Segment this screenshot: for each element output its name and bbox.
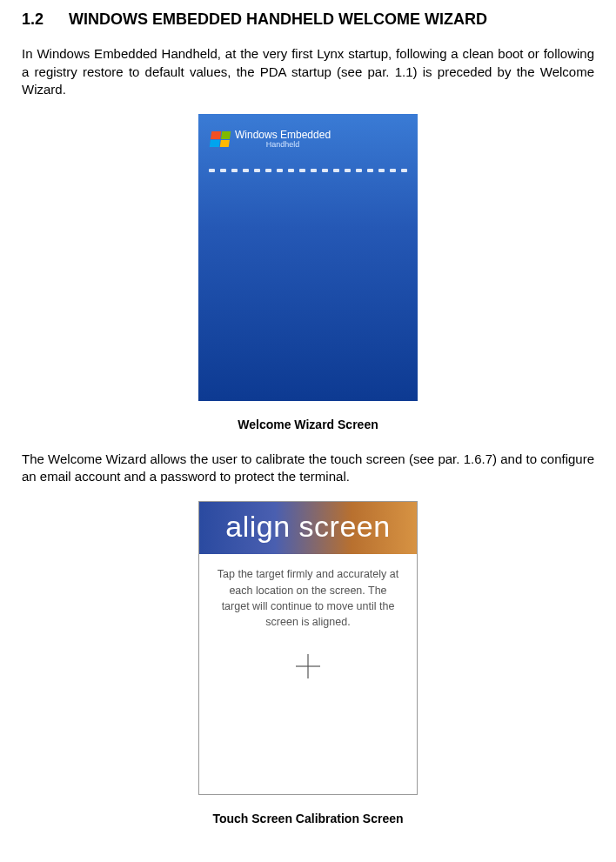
windows-flag-icon xyxy=(210,131,231,147)
figure-2-caption: Touch Screen Calibration Screen xyxy=(22,811,594,827)
intro-paragraph: In Windows Embedded Handheld, at the ver… xyxy=(22,45,594,98)
section-number: 1.2 xyxy=(22,9,44,30)
figure-1-caption: Welcome Wizard Screen xyxy=(22,417,594,433)
section-heading: 1.2 WINDOWS EMBEDDED HANDHELD WELCOME WI… xyxy=(22,9,594,30)
section-title: WINDOWS EMBEDDED HANDHELD WELCOME WIZARD xyxy=(69,10,487,28)
brand-line-2: Handheld xyxy=(235,141,331,149)
brand-line-1: Windows Embedded xyxy=(235,130,331,141)
calibration-screenshot: align screen Tap the target firmly and a… xyxy=(198,501,418,795)
figure-1: Windows Embedded Handheld Welcome Wizard… xyxy=(22,114,594,433)
screenshot-brand-text: Windows Embedded Handheld xyxy=(235,130,331,149)
welcome-wizard-screenshot: Windows Embedded Handheld xyxy=(198,114,418,401)
mid-paragraph: The Welcome Wizard allows the user to ca… xyxy=(22,451,594,486)
progress-dots xyxy=(198,166,418,175)
align-screen-instructions: Tap the target firmly and accurately at … xyxy=(199,554,417,642)
calibration-target-icon xyxy=(295,653,321,679)
align-screen-header: align screen xyxy=(199,502,417,554)
screenshot-brand-bar: Windows Embedded Handheld xyxy=(211,130,331,149)
figure-2: align screen Tap the target firmly and a… xyxy=(22,501,594,827)
